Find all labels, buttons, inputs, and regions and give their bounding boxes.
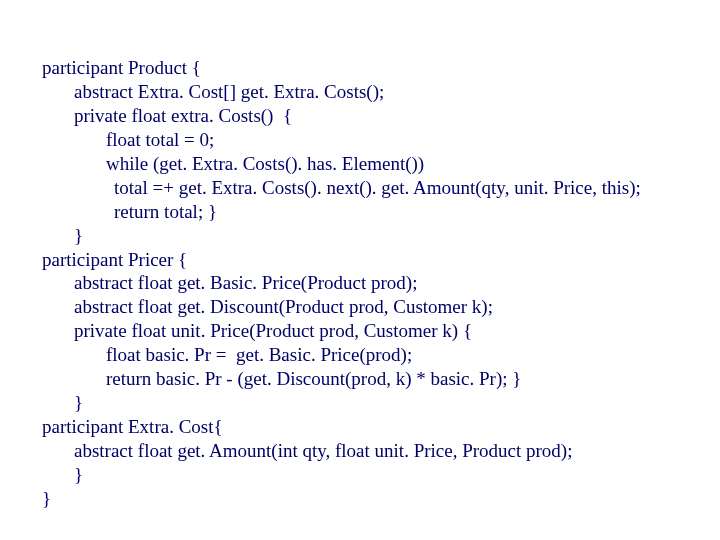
code-line: abstract Extra. Cost[] get. Extra. Costs… (74, 80, 690, 104)
code-line: return basic. Pr - (get. Discount(prod, … (106, 367, 690, 391)
code-line: float total = 0; (106, 128, 690, 152)
code-line: } (42, 487, 690, 511)
code-line: } (74, 391, 690, 415)
code-line: abstract float get. Basic. Price(Product… (74, 271, 690, 295)
code-line: participant Product { (42, 56, 690, 80)
code-line: abstract float get. Discount(Product pro… (74, 295, 690, 319)
code-line: } (74, 224, 690, 248)
code-line: abstract float get. Amount(int qty, floa… (74, 439, 690, 463)
code-line: total =+ get. Extra. Costs(). next(). ge… (114, 176, 690, 200)
code-line: return total; } (114, 200, 690, 224)
code-line: while (get. Extra. Costs(). has. Element… (106, 152, 690, 176)
code-line: } (74, 463, 690, 487)
code-line: float basic. Pr = get. Basic. Price(prod… (106, 343, 690, 367)
code-line: private float unit. Price(Product prod, … (74, 319, 690, 343)
code-line: participant Pricer { (42, 248, 690, 272)
code-slide: participant Product { abstract Extra. Co… (0, 0, 720, 540)
code-line: participant Extra. Cost{ (42, 415, 690, 439)
code-line: private float extra. Costs() { (74, 104, 690, 128)
